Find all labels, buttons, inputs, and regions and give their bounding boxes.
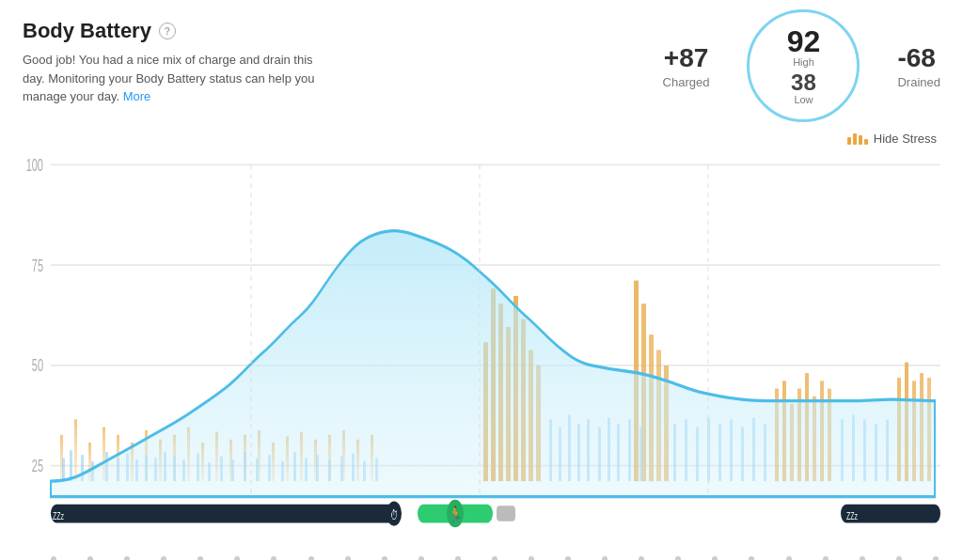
drained-stat: -68 Drained: [897, 43, 940, 89]
timeline-dot: [639, 556, 644, 560]
title-section: Body Battery ? Good job! You had a nice …: [23, 19, 663, 106]
timeline-dot: [418, 556, 424, 560]
high-low-circle: 92 High 38 Low: [747, 9, 860, 122]
svg-text:50: 50: [32, 356, 43, 376]
chart-container: 100 75 50 25 ⏱ 🏃 ZZz Z: [23, 149, 940, 551]
svg-text:25: 25: [32, 456, 43, 475]
svg-text:ZZz: ZZz: [53, 509, 64, 521]
stress-icon: [847, 133, 868, 145]
timeline-dot: [492, 556, 497, 560]
timeline-dot: [455, 556, 461, 560]
timeline-dot: [823, 556, 829, 560]
high-value: 92: [787, 26, 821, 56]
svg-rect-12: [497, 506, 515, 521]
timeline-dot: [51, 556, 56, 560]
svg-text:🏃: 🏃: [450, 505, 462, 524]
timeline-dot: [382, 556, 387, 560]
timeline-dot: [749, 556, 754, 560]
timeline-dot: [271, 556, 276, 560]
description-text: Good job! You had a nice mix of charge a…: [23, 51, 333, 106]
timeline-dot: [565, 556, 571, 560]
timeline-dot: [308, 556, 314, 560]
drained-label: Drained: [897, 75, 940, 89]
drained-value: -68: [897, 43, 940, 73]
low-value: 38: [791, 71, 816, 94]
charged-value: +87: [663, 43, 710, 73]
timeline-dot: [860, 556, 865, 560]
low-label: Low: [794, 94, 813, 105]
high-label: High: [793, 56, 814, 68]
svg-rect-65: [70, 450, 72, 481]
timeline-dot: [712, 556, 718, 560]
timeline-dot: [87, 556, 93, 560]
svg-text:75: 75: [32, 256, 43, 275]
body-battery-chart: 100 75 50 25 ⏱ 🏃 ZZz Z: [23, 149, 940, 551]
timeline-dot: [124, 556, 130, 560]
timeline-dot: [161, 556, 166, 560]
svg-rect-64: [62, 458, 65, 481]
hide-stress-row: Hide Stress: [23, 132, 940, 146]
timeline-dot: [345, 556, 351, 560]
page-title: Body Battery ?: [23, 19, 663, 43]
timeline-dot: [234, 556, 240, 560]
page-container: Body Battery ? Good job! You had a nice …: [0, 0, 963, 560]
timeline-dot: [896, 556, 902, 560]
svg-text:ZZz: ZZz: [846, 509, 858, 521]
timeline-dot: [675, 556, 681, 560]
timeline-dot: [933, 556, 939, 560]
hide-stress-label: Hide Stress: [874, 132, 937, 146]
svg-text:⏱: ⏱: [390, 508, 398, 521]
title-text: Body Battery: [23, 19, 151, 43]
svg-text:100: 100: [26, 155, 43, 175]
chart-area: 100 75 50 25 ⏱ 🏃 ZZz Z: [23, 149, 940, 551]
help-icon[interactable]: ?: [159, 23, 176, 39]
timeline-dot: [786, 556, 792, 560]
sleep-bar-left: [51, 505, 399, 523]
timeline-dot: [529, 556, 534, 560]
svg-rect-16: [74, 419, 77, 481]
header-row: Body Battery ? Good job! You had a nice …: [23, 19, 940, 122]
charged-stat: +87 Charged: [663, 43, 710, 89]
dots-row: [23, 554, 940, 560]
charged-label: Charged: [663, 75, 710, 89]
stats-section: +87 Charged 92 High 38 Low -68 Drained: [663, 9, 940, 122]
hide-stress-button[interactable]: Hide Stress: [847, 132, 937, 146]
timeline-dot: [602, 556, 608, 560]
more-link[interactable]: More: [123, 89, 151, 103]
timeline-dot: [197, 556, 203, 560]
